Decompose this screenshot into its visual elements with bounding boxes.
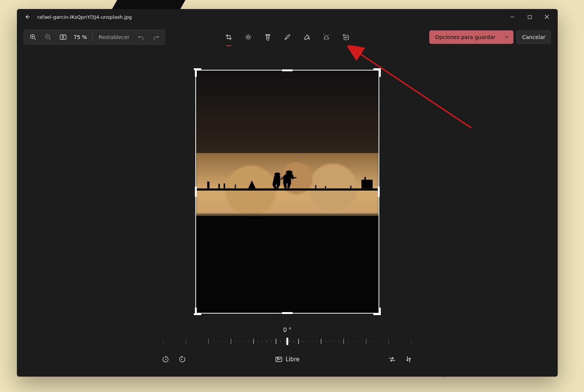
photo-editor-window: rafael-garcin-IKsQpnYl3J4-unsplash.jpg bbox=[17, 9, 558, 377]
crop-handle-tl[interactable] bbox=[195, 69, 197, 77]
crop-handle-top[interactable] bbox=[282, 69, 293, 71]
undo-button[interactable] bbox=[133, 30, 148, 44]
zoom-fit-button[interactable] bbox=[56, 30, 71, 44]
eraser-sparkle-icon bbox=[303, 34, 310, 41]
pen-icon bbox=[284, 34, 291, 41]
zoom-in-button[interactable] bbox=[26, 30, 41, 44]
flip-vertical-icon bbox=[406, 356, 412, 363]
filter-icon bbox=[265, 34, 271, 41]
edit-tool-tabs bbox=[221, 30, 353, 45]
fit-screen-icon bbox=[60, 35, 66, 40]
window-minimize-button[interactable] bbox=[504, 9, 521, 25]
crop-bottom-bar: Libre bbox=[17, 351, 558, 368]
crop-handle-tr[interactable] bbox=[379, 69, 381, 77]
rotate-cw-button[interactable] bbox=[175, 353, 188, 366]
rotate-ccw-icon bbox=[162, 356, 170, 363]
brightness-icon bbox=[245, 34, 252, 41]
chevron-down-icon bbox=[504, 35, 509, 39]
cancel-button-label: Cancelar bbox=[522, 34, 545, 40]
aspect-ratio-label: Libre bbox=[285, 356, 299, 363]
tab-crop[interactable] bbox=[221, 30, 236, 45]
svg-rect-77 bbox=[276, 357, 282, 362]
svg-point-4 bbox=[247, 36, 249, 38]
maximize-icon bbox=[528, 15, 532, 19]
save-button-label: Opciones para guardar bbox=[435, 34, 496, 40]
zoom-toolbar: 75 % Restablecer bbox=[24, 30, 165, 45]
minimize-icon bbox=[510, 15, 515, 19]
separator bbox=[92, 33, 93, 41]
save-options-button[interactable]: Opciones para guardar bbox=[429, 30, 514, 44]
rotation-slider-thumb[interactable] bbox=[287, 338, 288, 345]
zoom-out-button[interactable] bbox=[41, 30, 56, 44]
flip-horizontal-icon bbox=[388, 356, 396, 362]
back-button[interactable] bbox=[19, 9, 36, 25]
titlebar: rafael-garcin-IKsQpnYl3J4-unsplash.jpg bbox=[17, 9, 558, 25]
zoom-in-icon bbox=[30, 34, 36, 41]
crop-handle-left[interactable] bbox=[195, 186, 197, 197]
svg-point-78 bbox=[277, 358, 278, 359]
crop-icon bbox=[225, 34, 232, 41]
crop-frame[interactable] bbox=[195, 70, 379, 314]
crop-handle-tr[interactable] bbox=[373, 68, 381, 70]
close-icon bbox=[545, 15, 549, 19]
tab-ai-edit[interactable] bbox=[338, 30, 353, 45]
aspect-ratio-button[interactable]: Libre bbox=[275, 351, 299, 368]
arrow-left-icon bbox=[24, 14, 30, 20]
tab-adjust[interactable] bbox=[241, 30, 256, 45]
flip-vertical-button[interactable] bbox=[402, 353, 415, 366]
window-maximize-button[interactable] bbox=[521, 9, 538, 25]
background-blur-icon bbox=[323, 34, 330, 40]
svg-point-75 bbox=[166, 359, 167, 360]
rotation-slider[interactable] bbox=[160, 337, 415, 345]
aspect-ratio-icon bbox=[275, 356, 282, 363]
rotate-ccw-button[interactable] bbox=[160, 353, 172, 366]
redo-icon bbox=[153, 34, 159, 41]
crop-handle-br[interactable] bbox=[373, 313, 381, 315]
reset-button[interactable]: Restablecer bbox=[95, 34, 134, 40]
ai-edit-icon bbox=[343, 34, 349, 41]
file-name: rafael-garcin-IKsQpnYl3J4-unsplash.jpg bbox=[37, 14, 132, 20]
tab-erase[interactable] bbox=[299, 30, 314, 45]
tab-filter[interactable] bbox=[260, 30, 275, 45]
svg-point-76 bbox=[181, 359, 183, 360]
window-close-button[interactable] bbox=[538, 9, 555, 25]
tab-background[interactable] bbox=[319, 30, 334, 45]
undo-icon bbox=[138, 34, 144, 41]
svg-rect-0 bbox=[528, 15, 531, 19]
crop-handle-tl[interactable] bbox=[194, 68, 201, 70]
rotation-angle-label: 0 ° bbox=[283, 327, 291, 333]
save-actions: Opciones para guardar Cancelar bbox=[429, 30, 551, 45]
crop-handle-bottom[interactable] bbox=[282, 312, 293, 314]
rotation-control: 0 ° bbox=[17, 327, 558, 345]
flip-horizontal-button[interactable] bbox=[386, 353, 398, 366]
cancel-button[interactable]: Cancelar bbox=[516, 30, 551, 44]
tab-markup[interactable] bbox=[280, 30, 295, 45]
zoom-out-icon bbox=[45, 34, 51, 41]
zoom-level: 75 % bbox=[71, 34, 90, 40]
crop-handle-right[interactable] bbox=[378, 186, 380, 197]
rotate-cw-icon bbox=[178, 356, 186, 363]
crop-canvas[interactable] bbox=[195, 70, 379, 314]
editor-content: 75 % Restablecer bbox=[17, 25, 558, 377]
crop-handle-bl[interactable] bbox=[194, 313, 201, 315]
redo-button[interactable] bbox=[148, 30, 163, 44]
